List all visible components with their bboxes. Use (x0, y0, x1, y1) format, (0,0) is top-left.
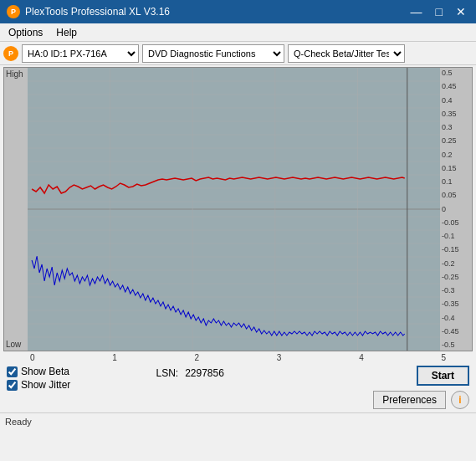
function-select[interactable]: DVD Diagnostic Functions (142, 44, 284, 63)
x-label-5: 5 (441, 353, 446, 362)
y-label-n02: -0.2 (442, 260, 470, 268)
y-label-n04: -0.4 (442, 315, 470, 322)
status-text: Ready (5, 417, 32, 427)
y-label-n015: -0.15 (442, 246, 470, 254)
x-label-1: 1 (112, 353, 117, 362)
app-title: PlexTools Professional XL V3.16 (25, 6, 170, 18)
y-label-n025: -0.25 (442, 274, 470, 281)
x-label-4: 4 (359, 353, 364, 362)
y-label-n035: -0.35 (442, 300, 470, 308)
menu-bar: Options Help (0, 23, 476, 42)
chart-container: High Low (3, 67, 473, 351)
lsn-section: LSN: 2297856 (156, 366, 223, 379)
y-label-02: 0.2 (442, 151, 470, 159)
y-label-025: 0.25 (442, 137, 470, 145)
lsn-label: LSN: (156, 367, 178, 379)
x-label-3: 3 (277, 353, 282, 362)
toolbar: P HA:0 ID:1 PX-716A DVD Diagnostic Funct… (0, 42, 476, 65)
chart-low-label: Low (6, 340, 21, 349)
y-label-03: 0.3 (442, 124, 470, 131)
menu-help[interactable]: Help (51, 25, 82, 40)
chart-svg (28, 68, 440, 351)
lsn-value: 2297856 (185, 367, 224, 379)
show-beta-label: Show Beta (21, 366, 69, 377)
y-label-01: 0.1 (442, 178, 470, 186)
close-button[interactable]: ✕ (453, 6, 469, 18)
y-label-n045: -0.45 (442, 328, 470, 336)
y-label-035: 0.35 (442, 110, 470, 118)
test-select[interactable]: Q-Check Beta/Jitter Test (288, 44, 405, 63)
show-beta-checkbox[interactable] (7, 366, 18, 377)
x-label-2: 2 (195, 353, 200, 362)
maximize-button[interactable]: □ (432, 6, 446, 18)
chart-high-label: High (6, 69, 23, 79)
y-label-n01: -0.1 (442, 233, 470, 240)
y-label-n05: -0.5 (442, 341, 470, 349)
show-jitter-checkbox[interactable] (7, 380, 18, 391)
menu-options[interactable]: Options (3, 25, 48, 40)
app-icon: P (7, 5, 20, 18)
show-jitter-row: Show Jitter (7, 379, 156, 391)
title-bar-left: P PlexTools Professional XL V3.16 (7, 5, 170, 18)
y-label-04: 0.4 (442, 97, 470, 105)
y-label-005: 0.05 (442, 192, 470, 199)
info-button[interactable]: i (451, 391, 469, 409)
right-action-column: Start Preferences i (373, 366, 469, 409)
minimize-button[interactable]: — (407, 6, 426, 18)
y-axis-labels: 0.5 0.45 0.4 0.35 0.3 0.25 0.2 0.15 0.1 … (440, 68, 472, 351)
start-button[interactable]: Start (417, 366, 469, 386)
checkboxes-column: Show Beta Show Jitter (7, 366, 156, 392)
y-label-n005: -0.05 (442, 219, 470, 227)
show-jitter-label: Show Jitter (21, 379, 70, 391)
status-bar: Ready (0, 412, 476, 429)
chart-area (28, 68, 440, 351)
title-bar: P PlexTools Professional XL V3.16 — □ ✕ (0, 0, 476, 23)
toolbar-app-icon: P (3, 46, 18, 61)
show-beta-row: Show Beta (7, 366, 156, 377)
preferences-button[interactable]: Preferences (373, 391, 446, 409)
y-label-n03: -0.3 (442, 287, 470, 295)
y-label-05: 0.5 (442, 69, 470, 77)
bottom-section: Show Beta Show Jitter LSN: 2297856 Start… (0, 362, 476, 412)
y-label-015: 0.15 (442, 165, 470, 172)
title-controls: — □ ✕ (407, 6, 469, 18)
drive-select[interactable]: HA:0 ID:1 PX-716A (22, 44, 139, 63)
y-label-045: 0.45 (442, 83, 470, 90)
y-label-0: 0 (442, 206, 470, 213)
x-label-0: 0 (30, 353, 35, 362)
x-axis: 0 1 2 3 4 5 (3, 353, 473, 362)
